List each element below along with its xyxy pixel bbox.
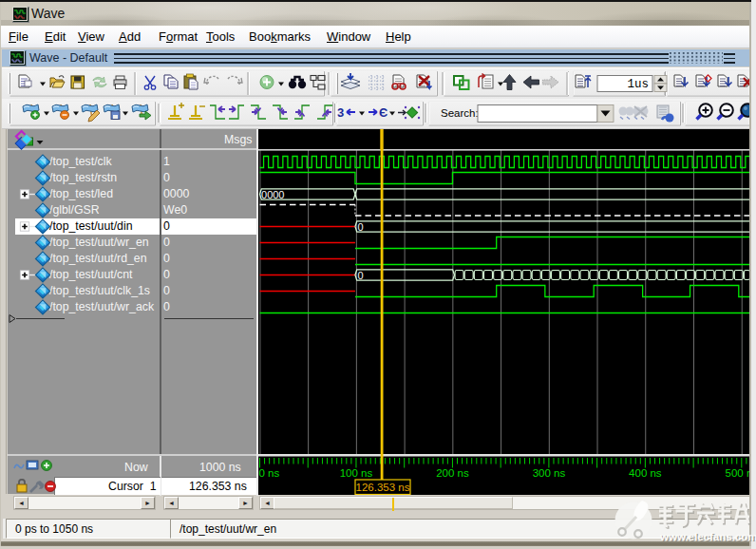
svg-text:100 ns: 100 ns — [340, 467, 373, 479]
svg-text:0 ns: 0 ns — [259, 467, 280, 479]
svg-text:Search:: Search: — [441, 107, 479, 119]
svg-text:300 ns: 300 ns — [533, 467, 566, 479]
svg-text:500 ns: 500 ns — [726, 467, 751, 479]
svg-text:200 ns: 200 ns — [436, 467, 469, 479]
svg-text:Є: Є — [379, 105, 387, 120]
svg-text:400 ns: 400 ns — [629, 467, 662, 479]
svg-text:www.elecfans.com: www.elecfans.com — [659, 531, 756, 542]
svg-text:0: 0 — [357, 270, 363, 281]
svg-text:0000: 0000 — [261, 189, 284, 200]
svg-text:3: 3 — [337, 105, 344, 120]
svg-text:0: 0 — [357, 221, 363, 233]
svg-text:1us: 1us — [627, 78, 649, 91]
svg-text:126.353 ns: 126.353 ns — [356, 482, 410, 493]
